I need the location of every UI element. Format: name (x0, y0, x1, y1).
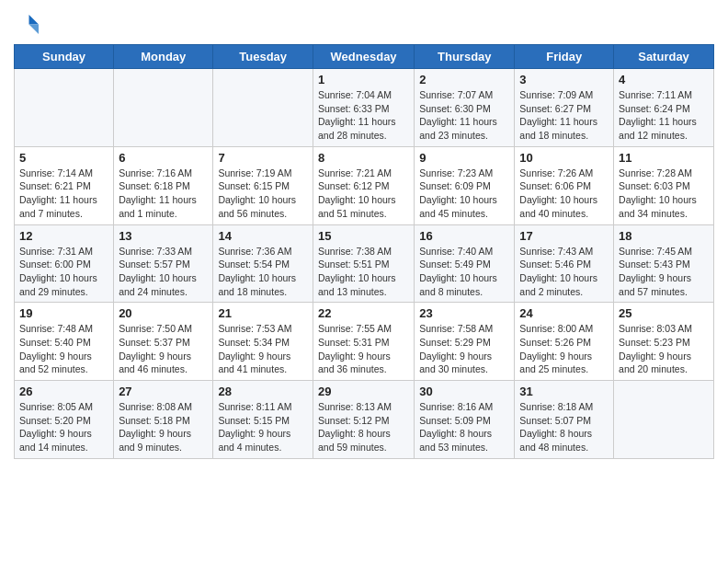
calendar-week-row: 1Sunrise: 7:04 AM Sunset: 6:33 PM Daylig… (15, 69, 714, 147)
calendar-cell: 25Sunrise: 8:03 AM Sunset: 5:23 PM Dayli… (614, 303, 714, 381)
day-info: Sunrise: 8:18 AM Sunset: 5:07 PM Dayligh… (519, 400, 609, 454)
day-number: 27 (119, 385, 208, 398)
day-number: 18 (619, 229, 709, 243)
calendar-cell: 21Sunrise: 7:53 AM Sunset: 5:34 PM Dayli… (213, 303, 313, 381)
calendar-cell: 5Sunrise: 7:14 AM Sunset: 6:21 PM Daylig… (15, 146, 114, 224)
day-number: 11 (619, 151, 709, 165)
day-number: 20 (119, 306, 208, 320)
day-info: Sunrise: 8:03 AM Sunset: 5:23 PM Dayligh… (619, 322, 709, 376)
calendar-cell: 20Sunrise: 7:50 AM Sunset: 5:37 PM Dayli… (114, 303, 213, 381)
calendar-cell: 24Sunrise: 8:00 AM Sunset: 5:26 PM Dayli… (515, 303, 614, 381)
day-number: 7 (218, 151, 308, 165)
day-info: Sunrise: 7:14 AM Sunset: 6:21 PM Dayligh… (19, 167, 108, 221)
calendar-cell: 12Sunrise: 7:31 AM Sunset: 6:00 PM Dayli… (15, 224, 114, 303)
day-info: Sunrise: 7:28 AM Sunset: 6:03 PM Dayligh… (619, 167, 709, 221)
calendar-cell: 2Sunrise: 7:07 AM Sunset: 6:30 PM Daylig… (415, 69, 515, 147)
day-number: 3 (519, 73, 609, 86)
day-info: Sunrise: 8:00 AM Sunset: 5:26 PM Dayligh… (519, 322, 609, 376)
calendar-week-row: 19Sunrise: 7:48 AM Sunset: 5:40 PM Dayli… (15, 303, 714, 381)
day-info: Sunrise: 7:38 AM Sunset: 5:51 PM Dayligh… (318, 245, 409, 299)
calendar-cell: 27Sunrise: 8:08 AM Sunset: 5:18 PM Dayli… (114, 381, 213, 459)
day-info: Sunrise: 7:19 AM Sunset: 6:15 PM Dayligh… (218, 167, 308, 221)
day-number: 29 (318, 385, 409, 398)
day-number: 15 (318, 229, 409, 243)
calendar-cell: 8Sunrise: 7:21 AM Sunset: 6:12 PM Daylig… (313, 146, 414, 224)
day-number: 2 (419, 73, 509, 86)
calendar-cell: 13Sunrise: 7:33 AM Sunset: 5:57 PM Dayli… (114, 224, 213, 303)
calendar-cell: 4Sunrise: 7:11 AM Sunset: 6:24 PM Daylig… (614, 69, 714, 147)
calendar-cell: 7Sunrise: 7:19 AM Sunset: 6:15 PM Daylig… (213, 146, 313, 224)
day-number: 30 (419, 385, 509, 398)
day-info: Sunrise: 7:36 AM Sunset: 5:54 PM Dayligh… (218, 245, 308, 299)
calendar-cell: 26Sunrise: 8:05 AM Sunset: 5:20 PM Dayli… (15, 381, 114, 459)
weekday-header-friday: Friday (515, 45, 614, 69)
day-info: Sunrise: 7:55 AM Sunset: 5:31 PM Dayligh… (318, 322, 409, 376)
day-info: Sunrise: 7:33 AM Sunset: 5:57 PM Dayligh… (119, 245, 208, 299)
day-info: Sunrise: 7:58 AM Sunset: 5:29 PM Dayligh… (419, 322, 509, 376)
weekday-header-sunday: Sunday (15, 45, 114, 69)
day-number: 16 (419, 229, 509, 243)
calendar-cell: 6Sunrise: 7:16 AM Sunset: 6:18 PM Daylig… (114, 146, 213, 224)
svg-marker-1 (29, 25, 40, 35)
day-number: 23 (419, 306, 509, 320)
day-info: Sunrise: 7:23 AM Sunset: 6:09 PM Dayligh… (419, 167, 509, 221)
day-number: 4 (619, 73, 709, 86)
day-number: 22 (318, 306, 409, 320)
day-info: Sunrise: 8:16 AM Sunset: 5:09 PM Dayligh… (419, 400, 509, 454)
calendar-cell: 29Sunrise: 8:13 AM Sunset: 5:12 PM Dayli… (313, 381, 414, 459)
day-info: Sunrise: 7:07 AM Sunset: 6:30 PM Dayligh… (419, 88, 509, 143)
day-number: 25 (619, 306, 709, 320)
day-info: Sunrise: 7:53 AM Sunset: 5:34 PM Dayligh… (218, 322, 308, 376)
calendar-cell: 14Sunrise: 7:36 AM Sunset: 5:54 PM Dayli… (213, 224, 313, 303)
calendar-cell: 11Sunrise: 7:28 AM Sunset: 6:03 PM Dayli… (614, 146, 714, 224)
calendar-cell (213, 69, 313, 147)
day-info: Sunrise: 7:26 AM Sunset: 6:06 PM Dayligh… (519, 167, 609, 221)
day-info: Sunrise: 7:11 AM Sunset: 6:24 PM Dayligh… (619, 88, 709, 143)
weekday-header-tuesday: Tuesday (213, 45, 313, 69)
day-number: 28 (218, 385, 308, 398)
day-info: Sunrise: 7:31 AM Sunset: 6:00 PM Dayligh… (19, 245, 108, 299)
day-info: Sunrise: 7:16 AM Sunset: 6:18 PM Dayligh… (119, 167, 208, 221)
day-number: 14 (218, 229, 308, 243)
day-number: 10 (519, 151, 609, 165)
weekday-header-thursday: Thursday (415, 45, 515, 69)
calendar-cell: 10Sunrise: 7:26 AM Sunset: 6:06 PM Dayli… (515, 146, 614, 224)
day-number: 24 (519, 306, 609, 320)
day-number: 6 (119, 151, 208, 165)
calendar-cell: 1Sunrise: 7:04 AM Sunset: 6:33 PM Daylig… (313, 69, 414, 147)
calendar-cell: 31Sunrise: 8:18 AM Sunset: 5:07 PM Dayli… (515, 381, 614, 459)
day-number: 19 (19, 306, 108, 320)
calendar-cell: 23Sunrise: 7:58 AM Sunset: 5:29 PM Dayli… (415, 303, 515, 381)
day-number: 9 (419, 151, 509, 165)
logo-icon (14, 9, 41, 37)
header (14, 9, 714, 37)
calendar-cell: 3Sunrise: 7:09 AM Sunset: 6:27 PM Daylig… (515, 69, 614, 147)
calendar-week-row: 5Sunrise: 7:14 AM Sunset: 6:21 PM Daylig… (15, 146, 714, 224)
calendar-cell: 16Sunrise: 7:40 AM Sunset: 5:49 PM Dayli… (415, 224, 515, 303)
day-number: 26 (19, 385, 108, 398)
weekday-header-monday: Monday (114, 45, 213, 69)
day-number: 5 (19, 151, 108, 165)
day-info: Sunrise: 7:43 AM Sunset: 5:46 PM Dayligh… (519, 245, 609, 299)
calendar-week-row: 12Sunrise: 7:31 AM Sunset: 6:00 PM Dayli… (15, 224, 714, 303)
calendar-cell: 28Sunrise: 8:11 AM Sunset: 5:15 PM Dayli… (213, 381, 313, 459)
weekday-header-saturday: Saturday (614, 45, 714, 69)
day-number: 1 (318, 73, 409, 86)
day-number: 13 (119, 229, 208, 243)
day-number: 31 (519, 385, 609, 398)
svg-marker-0 (29, 15, 40, 25)
day-info: Sunrise: 7:48 AM Sunset: 5:40 PM Dayligh… (19, 322, 108, 376)
calendar-cell (114, 69, 213, 147)
weekday-header-row: SundayMondayTuesdayWednesdayThursdayFrid… (15, 45, 714, 69)
day-info: Sunrise: 7:04 AM Sunset: 6:33 PM Dayligh… (318, 88, 409, 143)
calendar-cell: 15Sunrise: 7:38 AM Sunset: 5:51 PM Dayli… (313, 224, 414, 303)
day-info: Sunrise: 8:08 AM Sunset: 5:18 PM Dayligh… (119, 400, 208, 454)
calendar-table: SundayMondayTuesdayWednesdayThursdayFrid… (14, 44, 714, 459)
day-info: Sunrise: 7:45 AM Sunset: 5:43 PM Dayligh… (619, 245, 709, 299)
calendar-cell: 18Sunrise: 7:45 AM Sunset: 5:43 PM Dayli… (614, 224, 714, 303)
calendar-cell: 19Sunrise: 7:48 AM Sunset: 5:40 PM Dayli… (15, 303, 114, 381)
calendar-cell: 30Sunrise: 8:16 AM Sunset: 5:09 PM Dayli… (415, 381, 515, 459)
calendar-cell: 9Sunrise: 7:23 AM Sunset: 6:09 PM Daylig… (415, 146, 515, 224)
page: SundayMondayTuesdayWednesdayThursdayFrid… (0, 0, 728, 473)
day-info: Sunrise: 7:50 AM Sunset: 5:37 PM Dayligh… (119, 322, 208, 376)
